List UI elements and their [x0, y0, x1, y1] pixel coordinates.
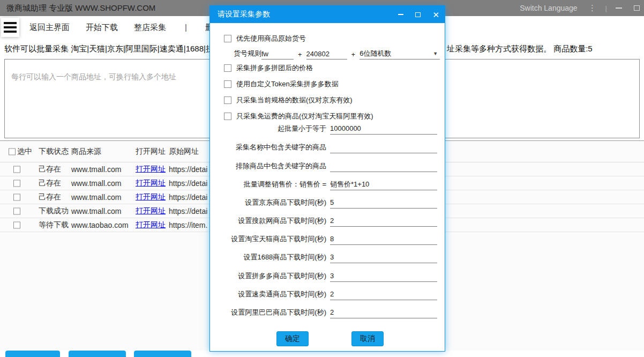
checkbox-row-free-shipping[interactable]: 只采集免运费的商品(仅对淘宝天猫阿里有效) — [224, 111, 373, 121]
field-row-include-keyword: 采集名称中包含关键字的商品 — [210, 140, 446, 157]
cell-source: www.tmall.com — [71, 193, 121, 202]
field-label: 设置淘宝天猫商品下载时间(秒) — [210, 234, 326, 244]
checkbox[interactable] — [224, 64, 231, 72]
cell-source: www.tmall.com — [71, 165, 121, 174]
open-url-link[interactable]: 打开网址 — [136, 178, 166, 188]
checkbox[interactable] — [224, 96, 231, 104]
price-formula-input[interactable] — [330, 178, 437, 190]
checkbox-label: 只采集免运费的商品(仅对淘宝天猫阿里有效) — [236, 111, 373, 121]
field-label: 设置京东商品下载时间(秒) — [210, 198, 326, 207]
cancel-button[interactable]: 取消 — [351, 331, 384, 346]
sku-random-dropdown[interactable]: 6位随机数 ▼ — [360, 49, 440, 59]
open-url-link[interactable]: 打开网址 — [136, 206, 166, 216]
field-label: 采集名称中包含关键字的商品 — [210, 143, 326, 152]
dialog-maximize-icon[interactable] — [415, 12, 421, 17]
field-label: 批量调整销售价：销售价 = — [210, 180, 326, 189]
minimize-icon[interactable] — [616, 8, 622, 9]
field-label: 设置速卖通商品下载时间(秒) — [210, 289, 326, 299]
more-menu-icon[interactable]: ⋮ — [587, 3, 598, 13]
field-row-alibaba-delay: 设置阿里巴巴商品下载时间(秒) — [210, 306, 446, 322]
sku-date-input[interactable] — [306, 49, 347, 59]
sku-prefix-input[interactable] — [261, 49, 294, 59]
col-header-open: 打开网址 — [136, 147, 166, 157]
col-header-original: 原始网址 — [169, 147, 199, 157]
field-row-1688-delay: 设置1688商品下载时间(秒) — [210, 250, 446, 266]
alibaba-delay-input[interactable] — [330, 307, 437, 318]
row-checkbox[interactable] — [13, 166, 20, 173]
soukuan-delay-input[interactable] — [330, 215, 437, 227]
collect-settings-dialog: 请设置采集参数 ✕ 优先使用商品原始货号 货号规则 + + 6位随机数 ▼ 采集… — [209, 5, 445, 352]
sku-rule-row: 货号规则 + + 6位随机数 ▼ — [234, 49, 440, 59]
field-row-pdd-delay: 设置拼多多商品下载时间(秒) — [210, 269, 446, 285]
maximize-icon[interactable] — [634, 5, 640, 11]
checkbox[interactable] — [224, 113, 231, 120]
cell-url: https://detai — [169, 165, 207, 174]
checkbox[interactable] — [224, 80, 231, 88]
cell-status: 下载成功 — [39, 206, 69, 216]
pdd-delay-input[interactable] — [330, 270, 437, 282]
aliexpress-delay-input[interactable] — [330, 288, 437, 300]
select-all-checkbox[interactable] — [9, 148, 16, 155]
bottom-button-2[interactable] — [69, 351, 126, 357]
field-label: 起批量小于等于 — [210, 124, 326, 133]
col-header-selected: 选中 — [17, 147, 32, 157]
cell-url: https://item. — [169, 221, 207, 229]
checkbox-label: 采集拼多多拼团后的价格 — [236, 63, 313, 73]
field-row-jd-delay: 设置京东商品下载时间(秒) — [210, 196, 446, 212]
plus-sign: + — [298, 50, 302, 59]
open-url-link[interactable]: 打开网址 — [136, 165, 166, 174]
checkbox-row-custom-token[interactable]: 使用自定义Token采集拼多多数据 — [224, 79, 339, 89]
jd-delay-input[interactable] — [330, 197, 437, 209]
bottom-button-1[interactable] — [5, 351, 60, 357]
row-checkbox[interactable] — [13, 207, 20, 214]
field-label: 设置拼多多商品下载时间(秒) — [210, 271, 326, 281]
dialog-close-icon[interactable]: ✕ — [432, 11, 439, 19]
bottom-button-3[interactable] — [134, 351, 191, 357]
switch-language-button[interactable]: Switch Language — [520, 4, 577, 12]
col-header-source: 商品来源 — [71, 147, 101, 157]
cell-status: 己存在 — [39, 165, 61, 174]
open-url-link[interactable]: 打开网址 — [136, 220, 166, 230]
checkbox-row-pdd-group-price[interactable]: 采集拼多多拼团后的价格 — [224, 63, 313, 73]
checkbox-label: 优先使用商品原始货号 — [236, 34, 306, 43]
dialog-minimize-icon[interactable] — [398, 14, 403, 15]
cell-source: www.taobao.com — [71, 221, 129, 229]
taobao-delay-input[interactable] — [330, 233, 437, 245]
dropdown-value: 6位随机数 — [360, 49, 391, 57]
exclude-keyword-input[interactable] — [330, 160, 437, 172]
include-keyword-input[interactable] — [330, 142, 437, 153]
hamburger-menu-icon[interactable] — [1, 18, 19, 37]
field-row-min-batch: 起批量小于等于 — [210, 122, 446, 138]
checkbox-row-current-spec[interactable]: 只采集当前规格的数据(仅对京东有效) — [224, 95, 353, 105]
row-checkbox[interactable] — [13, 194, 20, 200]
window-title: 微商城助理 专业版 WWW.SHOPFW.COM — [6, 3, 155, 13]
field-row-price-formula: 批量调整销售价：销售价 = — [210, 177, 446, 194]
field-label: 排除商品中包含关键字的商品 — [210, 161, 326, 171]
cell-status: 己存在 — [39, 178, 61, 188]
row-checkbox[interactable] — [13, 180, 20, 187]
min-batch-input[interactable] — [330, 123, 437, 135]
toolbar-item-back[interactable]: 返回主界面 — [29, 23, 70, 33]
row-checkbox[interactable] — [13, 221, 20, 228]
open-url-link[interactable]: 打开网址 — [136, 192, 166, 202]
sku-rule-label: 货号规则 — [234, 49, 261, 59]
titlebar-divider: | — [605, 4, 607, 12]
field-row-taobao-delay: 设置淘宝天猫商品下载时间(秒) — [210, 232, 446, 248]
cell-url: https://detai — [169, 179, 207, 188]
dialog-titlebar: 请设置采集参数 ✕ — [210, 6, 445, 23]
alibaba1688-delay-input[interactable] — [330, 251, 437, 263]
checkbox[interactable] — [224, 35, 231, 42]
info-text-left: 软件可以批量采集 淘宝|天猫|京东|阿里国际|速卖通|1688|拼 — [4, 44, 214, 54]
plus-sign: + — [351, 50, 356, 59]
dropdown-arrow-icon: ▼ — [433, 51, 438, 56]
field-label: 设置阿里巴巴商品下载时间(秒) — [210, 308, 326, 317]
toolbar-item-download[interactable]: 开始下载 — [86, 23, 118, 33]
checkbox-row-original-sku[interactable]: 优先使用商品原始货号 — [224, 34, 306, 43]
toolbar-item-shop-collect[interactable]: 整店采集 — [134, 23, 166, 33]
toolbar-divider: | — [185, 23, 187, 32]
dialog-title: 请设置采集参数 — [218, 10, 270, 19]
cell-source: www.tmall.com — [71, 207, 121, 215]
cell-status: 等待下载 — [39, 220, 69, 230]
ok-button[interactable]: 确定 — [276, 331, 309, 346]
cell-url: https://detai — [169, 207, 207, 215]
